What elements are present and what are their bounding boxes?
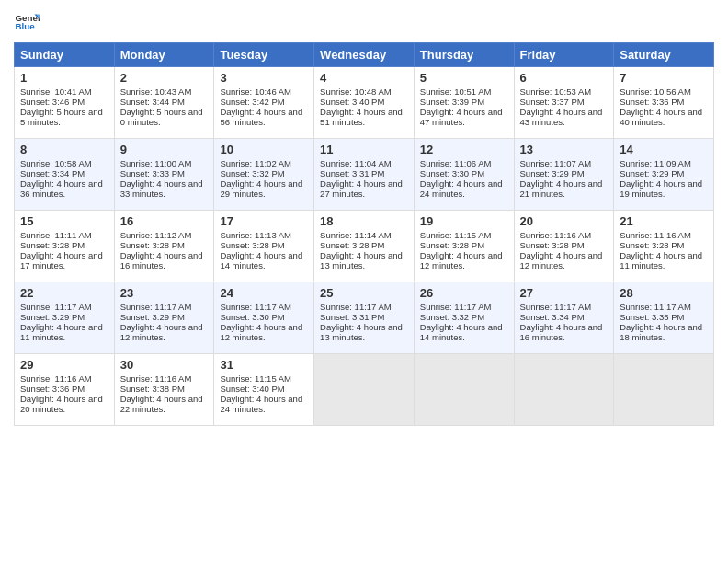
sunrise: Sunrise: 11:09 AM xyxy=(620,158,691,168)
sunrise: Sunrise: 11:17 AM xyxy=(20,302,92,312)
day-number: 29 xyxy=(20,358,108,372)
sunset: Sunset: 3:44 PM xyxy=(120,97,185,107)
daylight-label: Daylight: 4 hours and 14 minutes. xyxy=(420,322,503,342)
day-number: 12 xyxy=(420,143,508,156)
sunrise: Sunrise: 10:58 AM xyxy=(20,158,92,168)
calendar-cell: 1Sunrise: 10:41 AMSunset: 3:46 PMDayligh… xyxy=(15,67,115,139)
calendar-cell: 16Sunrise: 11:12 AMSunset: 3:28 PMDaylig… xyxy=(114,211,214,282)
header-cell-tuesday: Tuesday xyxy=(214,43,314,67)
sunset: Sunset: 3:29 PM xyxy=(520,168,585,178)
sunset: Sunset: 3:42 PM xyxy=(220,97,284,107)
daylight-label: Daylight: 5 hours and 0 minutes. xyxy=(120,107,203,127)
calendar-cell: 11Sunrise: 11:04 AMSunset: 3:31 PMDaylig… xyxy=(314,139,415,211)
daylight-label: Daylight: 4 hours and 56 minutes. xyxy=(220,107,302,127)
day-number: 24 xyxy=(220,286,308,300)
daylight-label: Daylight: 4 hours and 29 minutes. xyxy=(220,178,302,199)
sunset: Sunset: 3:31 PM xyxy=(320,312,384,322)
sunset: Sunset: 3:28 PM xyxy=(20,240,85,250)
daylight-label: Daylight: 4 hours and 16 minutes. xyxy=(520,322,603,342)
daylight-label: Daylight: 4 hours and 19 minutes. xyxy=(620,178,702,199)
daylight-label: Daylight: 4 hours and 12 minutes. xyxy=(520,250,603,270)
calendar-cell: 28Sunrise: 11:17 AMSunset: 3:35 PMDaylig… xyxy=(614,282,714,354)
sunset: Sunset: 3:39 PM xyxy=(420,97,484,107)
sunrise: Sunrise: 11:17 AM xyxy=(220,302,291,312)
header-cell-wednesday: Wednesday xyxy=(314,43,415,67)
sunset: Sunset: 3:33 PM xyxy=(120,168,185,178)
daylight-label: Daylight: 4 hours and 13 minutes. xyxy=(320,322,403,342)
sunrise: Sunrise: 11:15 AM xyxy=(220,373,291,384)
sunrise: Sunrise: 11:16 AM xyxy=(20,373,92,384)
calendar-cell: 14Sunrise: 11:09 AMSunset: 3:29 PMDaylig… xyxy=(614,139,714,211)
calendar-cell: 9Sunrise: 11:00 AMSunset: 3:33 PMDayligh… xyxy=(114,139,214,211)
calendar-cell: 4Sunrise: 10:48 AMSunset: 3:40 PMDayligh… xyxy=(314,67,415,139)
day-number: 5 xyxy=(420,71,508,85)
sunset: Sunset: 3:40 PM xyxy=(220,384,284,394)
calendar-cell: 13Sunrise: 11:07 AMSunset: 3:29 PMDaylig… xyxy=(514,139,614,211)
header-cell-saturday: Saturday xyxy=(614,43,714,67)
calendar-cell: 25Sunrise: 11:17 AMSunset: 3:31 PMDaylig… xyxy=(314,282,415,354)
calendar-cell: 6Sunrise: 10:53 AMSunset: 3:37 PMDayligh… xyxy=(514,67,614,139)
sunset: Sunset: 3:28 PM xyxy=(320,240,384,250)
sunset: Sunset: 3:30 PM xyxy=(220,312,284,322)
calendar-cell: 17Sunrise: 11:13 AMSunset: 3:28 PMDaylig… xyxy=(214,211,314,282)
page-container: General Blue SundayMondayTuesdayWednesda… xyxy=(0,0,728,435)
sunrise: Sunrise: 10:43 AM xyxy=(120,86,192,97)
day-number: 16 xyxy=(120,214,209,228)
calendar-cell: 7Sunrise: 10:56 AMSunset: 3:36 PMDayligh… xyxy=(614,67,714,139)
sunrise: Sunrise: 10:46 AM xyxy=(220,86,291,97)
day-number: 8 xyxy=(20,143,108,156)
day-number: 6 xyxy=(520,71,609,85)
daylight-label: Daylight: 4 hours and 12 minutes. xyxy=(220,322,302,342)
daylight-label: Daylight: 4 hours and 12 minutes. xyxy=(120,322,203,342)
sunset: Sunset: 3:30 PM xyxy=(420,168,484,178)
sunrise: Sunrise: 10:51 AM xyxy=(420,86,492,97)
daylight-label: Daylight: 5 hours and 5 minutes. xyxy=(20,107,103,127)
daylight-label: Daylight: 4 hours and 20 minutes. xyxy=(20,394,103,414)
sunrise: Sunrise: 11:11 AM xyxy=(20,230,92,240)
day-number: 7 xyxy=(620,71,708,85)
sunrise: Sunrise: 11:12 AM xyxy=(120,230,192,240)
week-row-1: 1Sunrise: 10:41 AMSunset: 3:46 PMDayligh… xyxy=(15,67,714,139)
sunrise: Sunrise: 10:41 AM xyxy=(20,86,92,97)
sunset: Sunset: 3:32 PM xyxy=(220,168,284,178)
sunrise: Sunrise: 11:04 AM xyxy=(320,158,392,168)
calendar-table: SundayMondayTuesdayWednesdayThursdayFrid… xyxy=(14,42,714,426)
logo-icon: General Blue xyxy=(14,9,40,35)
logo: General Blue xyxy=(14,9,40,35)
sunrise: Sunrise: 11:17 AM xyxy=(520,302,592,312)
day-number: 18 xyxy=(320,214,408,228)
sunset: Sunset: 3:29 PM xyxy=(620,168,684,178)
sunset: Sunset: 3:28 PM xyxy=(620,240,684,250)
daylight-label: Daylight: 4 hours and 40 minutes. xyxy=(620,107,702,127)
day-number: 15 xyxy=(20,214,108,228)
daylight-label: Daylight: 4 hours and 14 minutes. xyxy=(220,250,302,270)
calendar-cell: 19Sunrise: 11:15 AMSunset: 3:28 PMDaylig… xyxy=(414,211,514,282)
sunset: Sunset: 3:28 PM xyxy=(120,240,185,250)
day-number: 17 xyxy=(220,214,308,228)
sunset: Sunset: 3:34 PM xyxy=(20,168,85,178)
daylight-label: Daylight: 4 hours and 24 minutes. xyxy=(220,394,302,414)
day-number: 11 xyxy=(320,143,408,156)
sunset: Sunset: 3:40 PM xyxy=(320,97,384,107)
day-number: 14 xyxy=(620,143,708,156)
day-number: 31 xyxy=(220,358,308,372)
calendar-cell xyxy=(314,354,415,426)
calendar-cell: 30Sunrise: 11:16 AMSunset: 3:38 PMDaylig… xyxy=(114,354,214,426)
sunset: Sunset: 3:29 PM xyxy=(120,312,185,322)
daylight-label: Daylight: 4 hours and 21 minutes. xyxy=(520,178,603,199)
sunset: Sunset: 3:28 PM xyxy=(220,240,284,250)
sunrise: Sunrise: 10:48 AM xyxy=(320,86,392,97)
calendar-cell: 22Sunrise: 11:17 AMSunset: 3:29 PMDaylig… xyxy=(15,282,115,354)
sunrise: Sunrise: 11:16 AM xyxy=(520,230,592,240)
sunrise: Sunrise: 10:53 AM xyxy=(520,86,592,97)
sunrise: Sunrise: 11:15 AM xyxy=(420,230,492,240)
svg-text:Blue: Blue xyxy=(15,21,35,31)
sunrise: Sunrise: 10:56 AM xyxy=(620,86,691,97)
sunset: Sunset: 3:28 PM xyxy=(520,240,585,250)
sunrise: Sunrise: 11:06 AM xyxy=(420,158,492,168)
day-number: 20 xyxy=(520,214,609,228)
day-number: 4 xyxy=(320,71,408,85)
calendar-cell: 26Sunrise: 11:17 AMSunset: 3:32 PMDaylig… xyxy=(414,282,514,354)
day-number: 9 xyxy=(120,143,209,156)
sunrise: Sunrise: 11:17 AM xyxy=(120,302,192,312)
